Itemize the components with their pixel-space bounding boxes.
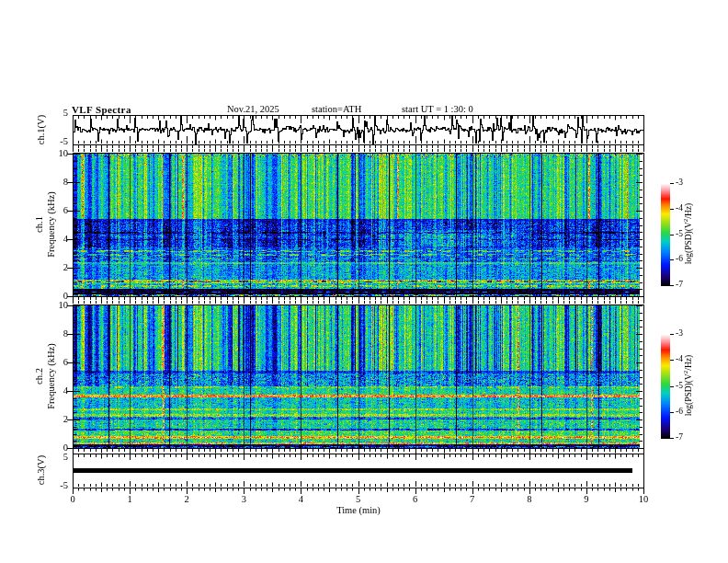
spec1-ytick: 8 — [63, 178, 68, 188]
ch3-wave-ylabel: ch.3(V) — [37, 455, 47, 485]
colorbar-tick-label: -5 — [676, 382, 683, 391]
colorbar-tick-label: -7 — [676, 433, 683, 442]
x-tick-label: 3 — [242, 495, 246, 505]
ch1-wave-ytick: -5 — [60, 137, 68, 147]
spec1-ytick: 4 — [63, 235, 68, 245]
colorbar-tick-label: -6 — [676, 256, 683, 265]
colorbar-tick-label: -4 — [676, 356, 683, 365]
spec1-ytick: 2 — [63, 263, 68, 273]
spec2-ytick: 6 — [63, 358, 68, 368]
colorbar-tick-label: -5 — [676, 230, 683, 239]
x-tick-label: 1 — [127, 495, 131, 505]
ch1-wave-ytick: 5 — [63, 109, 68, 119]
spec1-ytick: 6 — [63, 206, 68, 216]
x-tick-label: 9 — [584, 495, 588, 505]
spec2-ytick: 10 — [59, 301, 69, 311]
ch1-wave-ylabel: ch.1(V) — [37, 115, 47, 144]
x-tick-label: 7 — [470, 495, 474, 505]
x-tick-label: 6 — [413, 495, 417, 505]
spec2-ytick: 2 — [63, 415, 68, 425]
colorbar-tick-label: -7 — [676, 281, 683, 290]
figure-canvas — [0, 0, 728, 563]
x-tick-label: 0 — [70, 495, 74, 505]
x-tick-label: 4 — [299, 495, 303, 505]
figure-station: station=ATH — [312, 105, 361, 115]
spec1-ylabel-ch: ch.1 — [35, 216, 45, 233]
colorbar2-title: log(PSD)(V2/Hz) — [683, 355, 694, 416]
spec1-ylabel-freq: Frequency (kHz) — [47, 191, 57, 257]
spec2-ytick: 4 — [63, 386, 68, 396]
x-tick-label: 2 — [185, 495, 189, 505]
x-tick-label: 10 — [639, 495, 649, 505]
figure-date: Nov.21, 2025 — [227, 105, 279, 115]
colorbar1-title: log(PSD)(V2/Hz) — [683, 203, 694, 264]
colorbar-tick-label: -3 — [676, 178, 683, 188]
spec2-ytick: 8 — [63, 329, 68, 339]
ch3-wave-ytick: 5 — [63, 453, 68, 463]
figure-start-ut: start UT = 1 :30: 0 — [402, 105, 473, 115]
x-tick-label: 5 — [356, 495, 360, 505]
spec2-ylabel-ch: ch.2 — [35, 368, 45, 385]
colorbar-tick-label: -6 — [676, 408, 683, 417]
x-tick-label: 8 — [527, 495, 531, 505]
colorbar-tick-label: -4 — [676, 204, 683, 213]
x-axis-label: Time (min) — [336, 506, 381, 516]
colorbar-tick-label: -3 — [676, 329, 683, 339]
spec1-ytick: 10 — [59, 149, 69, 159]
ch3-wave-ytick: -5 — [60, 481, 68, 491]
spec2-ylabel-freq: Frequency (kHz) — [47, 343, 57, 408]
figure-title: VLF Spectra — [72, 105, 131, 115]
